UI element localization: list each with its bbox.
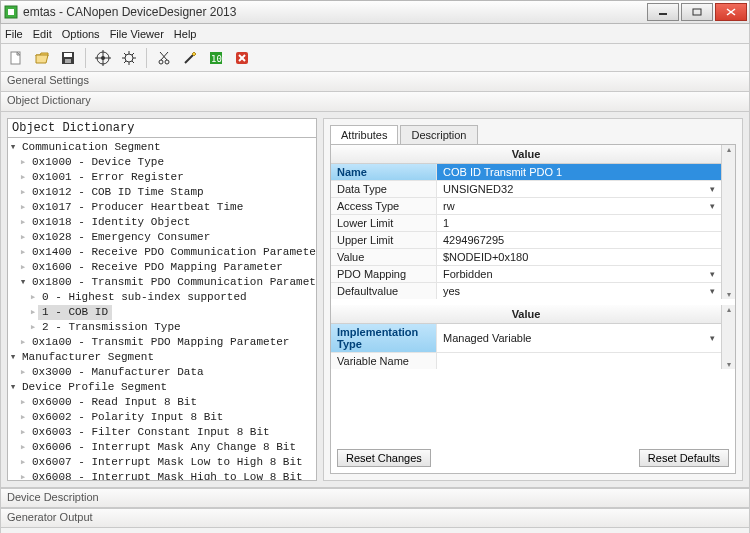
attr-value[interactable]: COB ID Transmit PDO 1: [437, 164, 721, 180]
attr-value[interactable]: $NODEID+0x180: [437, 249, 721, 265]
attr-value[interactable]: yes▾: [437, 283, 721, 299]
tree-item-label[interactable]: Device Profile Segment: [18, 380, 171, 395]
dropdown-icon[interactable]: ▾: [710, 269, 715, 279]
attr-value[interactable]: UNSIGNED32▾: [437, 181, 721, 197]
gear-icon[interactable]: [118, 47, 140, 69]
tree-item[interactable]: ▸0x1017 - Producer Heartbeat Time: [8, 200, 316, 215]
menu-file[interactable]: File: [5, 28, 23, 40]
tree-item[interactable]: ▸0x1001 - Error Register: [8, 170, 316, 185]
cut-icon[interactable]: [153, 47, 175, 69]
new-file-icon[interactable]: [5, 47, 27, 69]
tree-item[interactable]: ▸0x1400 - Receive PDO Communication Para…: [8, 245, 316, 260]
attr-row[interactable]: NameCOB ID Transmit PDO 1: [331, 164, 721, 180]
menu-fileviewer[interactable]: File Viewer: [110, 28, 164, 40]
attr-value[interactable]: [437, 353, 721, 369]
tree-item-label[interactable]: 0x6003 - Filter Constant Input 8 Bit: [28, 425, 274, 440]
dropdown-icon[interactable]: ▾: [710, 201, 715, 211]
tree-item[interactable]: ▸0 - Highest sub-index supported: [8, 290, 316, 305]
window-close-button[interactable]: [715, 3, 747, 21]
tree-item-label[interactable]: 0x3000 - Manufacturer Data: [28, 365, 208, 380]
attr-row[interactable]: Implementation TypeManaged Variable▾: [331, 324, 721, 352]
tree-item-label[interactable]: 0x1600 - Receive PDO Mapping Parameter: [28, 260, 287, 275]
tree-item[interactable]: ▾0x1800 - Transmit PDO Communication Par…: [8, 275, 316, 290]
dropdown-icon[interactable]: ▾: [710, 184, 715, 194]
menu-edit[interactable]: Edit: [33, 28, 52, 40]
tab-description[interactable]: Description: [400, 125, 477, 144]
tree-item-label[interactable]: 0x6000 - Read Input 8 Bit: [28, 395, 201, 410]
tree-item-label[interactable]: 2 - Transmission Type: [38, 320, 185, 335]
tree-item[interactable]: ▸2 - Transmission Type: [8, 320, 316, 335]
tree-item[interactable]: ▸0x6000 - Read Input 8 Bit: [8, 395, 316, 410]
panel-device-description[interactable]: Device Description: [0, 488, 750, 508]
tree-item[interactable]: ▾Manufacturer Segment: [8, 350, 316, 365]
tree-item-label[interactable]: 0x1018 - Identity Object: [28, 215, 194, 230]
wizard-icon[interactable]: [179, 47, 201, 69]
caret-down-icon[interactable]: ▾: [18, 275, 28, 290]
reset-changes-button[interactable]: Reset Changes: [337, 449, 431, 467]
object-tree[interactable]: ▾Communication Segment▸0x1000 - Device T…: [7, 138, 317, 481]
window-minimize-button[interactable]: [647, 3, 679, 21]
tree-item[interactable]: ▸0x6006 - Interrupt Mask Any Change 8 Bi…: [8, 440, 316, 455]
dropdown-icon[interactable]: ▾: [710, 333, 715, 343]
tree-item[interactable]: ▾Device Profile Segment: [8, 380, 316, 395]
tree-item[interactable]: ▸0x1028 - Emergency Consumer: [8, 230, 316, 245]
attr-row[interactable]: PDO MappingForbidden▾: [331, 265, 721, 282]
save-icon[interactable]: [57, 47, 79, 69]
tree-item-label[interactable]: 0x1028 - Emergency Consumer: [28, 230, 214, 245]
tree-item[interactable]: ▸0x1a00 - Transmit PDO Mapping Parameter: [8, 335, 316, 350]
tree-item[interactable]: ▸1 - COB ID: [8, 305, 316, 320]
attr-row[interactable]: Variable Name: [331, 352, 721, 369]
window-maximize-button[interactable]: [681, 3, 713, 21]
attr-value[interactable]: Forbidden▾: [437, 266, 721, 282]
tree-item-label[interactable]: 0x1800 - Transmit PDO Communication Para…: [28, 275, 317, 290]
panel-object-dictionary[interactable]: Object Dictionary: [0, 92, 750, 112]
caret-down-icon[interactable]: ▾: [8, 140, 18, 155]
tree-item[interactable]: ▸0x1600 - Receive PDO Mapping Parameter: [8, 260, 316, 275]
tree-item-label[interactable]: 0x1400 - Receive PDO Communication Param…: [28, 245, 317, 260]
attr-row[interactable]: Access Typerw▾: [331, 197, 721, 214]
tree-item[interactable]: ▾Communication Segment: [8, 140, 316, 155]
tree-item-label[interactable]: 0x1a00 - Transmit PDO Mapping Parameter: [28, 335, 293, 350]
impl-grid-scrollbar[interactable]: ▴▾: [721, 305, 735, 369]
tree-item[interactable]: ▸0x3000 - Manufacturer Data: [8, 365, 316, 380]
tree-item[interactable]: ▸0x6002 - Polarity Input 8 Bit: [8, 410, 316, 425]
attr-value[interactable]: Managed Variable▾: [437, 324, 721, 352]
attr-row[interactable]: Value$NODEID+0x180: [331, 248, 721, 265]
tree-item-label[interactable]: 1 - COB ID: [38, 305, 112, 320]
tab-attributes[interactable]: Attributes: [330, 125, 398, 144]
attr-row[interactable]: Defaultvalueyes▾: [331, 282, 721, 299]
tree-item-label[interactable]: 0x1000 - Device Type: [28, 155, 168, 170]
open-file-icon[interactable]: [31, 47, 53, 69]
attr-row[interactable]: Data TypeUNSIGNED32▾: [331, 180, 721, 197]
tree-item[interactable]: ▸0x6007 - Interrupt Mask Low to High 8 B…: [8, 455, 316, 470]
reset-defaults-button[interactable]: Reset Defaults: [639, 449, 729, 467]
target-icon[interactable]: [92, 47, 114, 69]
tree-item[interactable]: ▸0x6003 - Filter Constant Input 8 Bit: [8, 425, 316, 440]
tree-item[interactable]: ▸0x6008 - Interrupt Mask High to Low 8 B…: [8, 470, 316, 481]
tree-item[interactable]: ▸0x1000 - Device Type: [8, 155, 316, 170]
caret-down-icon[interactable]: ▾: [8, 380, 18, 395]
tree-item[interactable]: ▸0x1018 - Identity Object: [8, 215, 316, 230]
tree-item[interactable]: ▸0x1012 - COB ID Time Stamp: [8, 185, 316, 200]
attr-value[interactable]: 1: [437, 215, 721, 231]
tree-item-label[interactable]: Manufacturer Segment: [18, 350, 158, 365]
tree-item-label[interactable]: 0x1017 - Producer Heartbeat Time: [28, 200, 247, 215]
menu-options[interactable]: Options: [62, 28, 100, 40]
tree-item-label[interactable]: 0x6007 - Interrupt Mask Low to High 8 Bi…: [28, 455, 307, 470]
tree-item-label[interactable]: 0x1001 - Error Register: [28, 170, 188, 185]
attr-value[interactable]: 4294967295: [437, 232, 721, 248]
delete-icon[interactable]: [231, 47, 253, 69]
menu-help[interactable]: Help: [174, 28, 197, 40]
attr-value[interactable]: rw▾: [437, 198, 721, 214]
generate-icon[interactable]: 101: [205, 47, 227, 69]
panel-generator-output[interactable]: Generator Output: [0, 508, 750, 528]
panel-general-settings[interactable]: General Settings: [0, 72, 750, 92]
tree-item-label[interactable]: 0 - Highest sub-index supported: [38, 290, 251, 305]
tree-item-label[interactable]: 0x6006 - Interrupt Mask Any Change 8 Bit: [28, 440, 300, 455]
caret-down-icon[interactable]: ▾: [8, 350, 18, 365]
attr-grid-scrollbar[interactable]: ▴▾: [721, 145, 735, 299]
dropdown-icon[interactable]: ▾: [710, 286, 715, 296]
attr-row[interactable]: Upper Limit4294967295: [331, 231, 721, 248]
tree-item-label[interactable]: 0x1012 - COB ID Time Stamp: [28, 185, 208, 200]
tree-item-label[interactable]: Communication Segment: [18, 140, 165, 155]
